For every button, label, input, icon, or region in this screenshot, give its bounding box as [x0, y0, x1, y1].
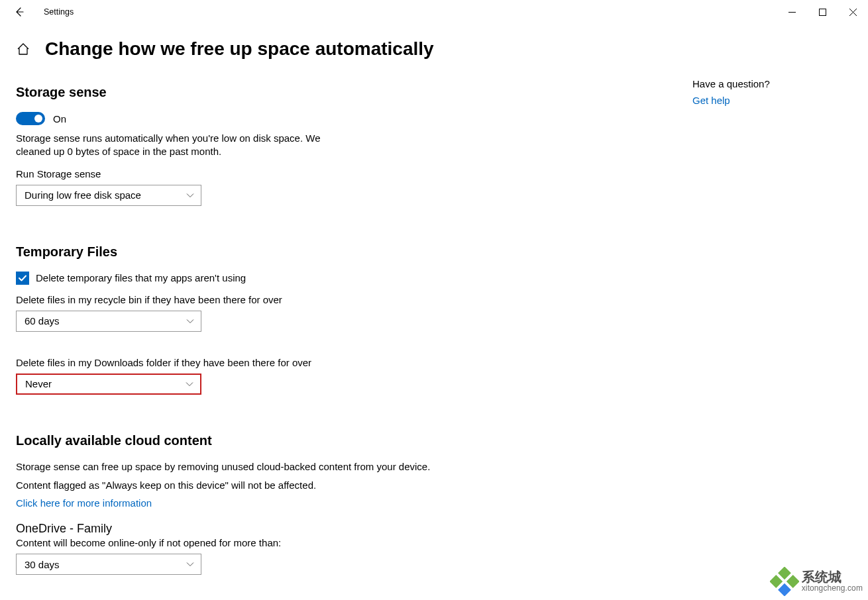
close-icon: [849, 9, 857, 16]
chevron-down-icon: [186, 317, 194, 325]
cloud-desc-1: Storage sense can free up space by remov…: [16, 460, 440, 474]
chevron-down-icon: [186, 191, 194, 199]
storage-sense-description: Storage sense runs automatically when yo…: [16, 132, 321, 159]
main-pane: Storage sense On Storage sense runs auto…: [16, 85, 453, 575]
cloud-desc-2: Content flagged as "Always keep on this …: [16, 479, 440, 492]
onedrive-desc: Content will become online-only if not o…: [16, 537, 453, 548]
get-help-link[interactable]: Get help: [692, 95, 851, 106]
minimize-icon: [788, 9, 796, 16]
maximize-icon: [819, 9, 826, 16]
run-storage-sense-label: Run Storage sense: [16, 168, 453, 179]
onedrive-heading: OneDrive - Family: [16, 522, 453, 536]
cloud-content-heading: Locally available cloud content: [16, 433, 453, 448]
storage-sense-toggle[interactable]: [16, 112, 45, 125]
chevron-down-icon: [186, 560, 194, 568]
temporary-files-heading: Temporary Files: [16, 244, 453, 260]
storage-sense-toggle-label: On: [53, 113, 66, 125]
recycle-bin-label: Delete files in my recycle bin if they h…: [16, 294, 453, 305]
maximize-button[interactable]: [807, 0, 838, 24]
chevron-down-icon: [186, 380, 193, 388]
titlebar: Settings: [0, 0, 868, 24]
watermark: 系统城 xitongcheng.com: [770, 567, 863, 596]
run-storage-sense-dropdown[interactable]: During low free disk space: [16, 185, 201, 206]
svg-rect-4: [778, 583, 791, 596]
downloads-dropdown[interactable]: Never: [16, 374, 201, 395]
home-icon: [16, 42, 30, 56]
minimize-button[interactable]: [777, 0, 807, 24]
more-info-link[interactable]: Click here for more information: [16, 497, 453, 509]
downloads-value: Never: [25, 378, 52, 389]
page-title: Change how we free up space automaticall…: [45, 38, 434, 60]
help-panel: Have a question? Get help: [692, 78, 851, 106]
recycle-bin-dropdown[interactable]: 60 days: [16, 311, 201, 332]
watermark-text-cn: 系统城: [802, 570, 863, 584]
svg-rect-0: [819, 9, 826, 15]
window-title: Settings: [44, 7, 74, 17]
page-header: Change how we free up space automaticall…: [0, 38, 868, 60]
recycle-bin-value: 60 days: [25, 315, 60, 326]
svg-rect-3: [770, 575, 783, 588]
onedrive-value: 30 days: [25, 559, 60, 570]
storage-sense-section: Storage sense On Storage sense runs auto…: [16, 85, 453, 206]
arrow-left-icon: [14, 7, 25, 17]
delete-temp-checkbox[interactable]: [16, 272, 29, 285]
cloud-content-section: Locally available cloud content Storage …: [16, 433, 453, 575]
delete-temp-label: Delete temporary files that my apps aren…: [36, 272, 246, 283]
checkmark-icon: [18, 274, 27, 283]
watermark-logo-icon: [770, 567, 799, 596]
watermark-text-url: xitongcheng.com: [802, 584, 863, 593]
svg-rect-2: [787, 575, 799, 588]
svg-rect-1: [778, 567, 791, 579]
close-button[interactable]: [838, 0, 868, 24]
downloads-label: Delete files in my Downloads folder if t…: [16, 357, 453, 368]
storage-sense-heading: Storage sense: [16, 85, 453, 100]
run-storage-sense-value: During low free disk space: [25, 189, 141, 201]
onedrive-dropdown[interactable]: 30 days: [16, 554, 201, 575]
temporary-files-section: Temporary Files Delete temporary files t…: [16, 244, 453, 395]
help-question: Have a question?: [692, 78, 851, 89]
window-controls: [777, 0, 868, 24]
home-button[interactable]: [16, 42, 30, 56]
back-button[interactable]: [12, 7, 27, 17]
